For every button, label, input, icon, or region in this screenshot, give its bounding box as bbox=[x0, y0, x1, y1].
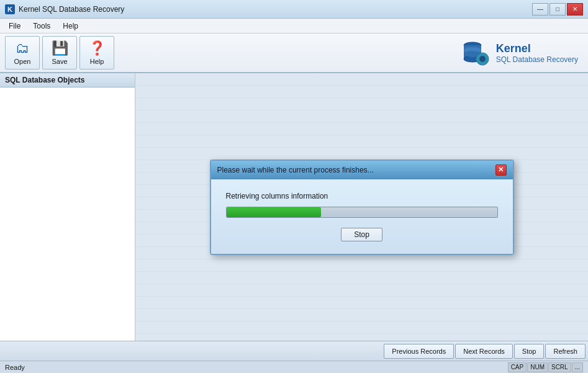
svg-rect-7 bbox=[481, 53, 484, 55]
refresh-button[interactable]: Refresh bbox=[545, 344, 586, 359]
minimize-button[interactable]: — bbox=[532, 3, 548, 16]
svg-rect-9 bbox=[476, 58, 479, 60]
open-label: Open bbox=[14, 58, 31, 65]
brand-subtitle: SQL Database Recovery bbox=[496, 55, 578, 64]
modal-stop-button[interactable]: Stop bbox=[341, 228, 382, 241]
left-panel-content bbox=[0, 88, 135, 341]
progress-bar-container bbox=[226, 207, 498, 218]
save-button[interactable]: 💾 Save bbox=[42, 36, 77, 70]
app-icon: K bbox=[5, 4, 15, 14]
menu-file[interactable]: File bbox=[2, 20, 27, 32]
modal-overlay: Please wait while the current process fi… bbox=[135, 73, 588, 341]
modal-title-bar: Please wait while the current process fi… bbox=[211, 161, 513, 179]
toolbar: 🗂 Open 💾 Save ❓ Help Kernel SQL Data bbox=[0, 34, 588, 73]
main-content: SQL Database Objects Please wait while t… bbox=[0, 73, 588, 341]
title-bar-left: K Kernel SQL Database Recovery bbox=[5, 4, 124, 14]
extra-indicator: ... bbox=[572, 362, 583, 372]
left-panel-header: SQL Database Objects bbox=[0, 73, 135, 88]
svg-point-6 bbox=[479, 56, 486, 62]
menu-tools[interactable]: Tools bbox=[27, 20, 57, 32]
bottom-toolbar: Previous Records Next Records Stop Refre… bbox=[0, 341, 588, 361]
open-icon: 🗂 bbox=[16, 40, 29, 56]
svg-rect-10 bbox=[486, 58, 489, 60]
help-label: Help bbox=[90, 58, 104, 65]
open-button[interactable]: 🗂 Open bbox=[5, 36, 40, 70]
brand-text: Kernel SQL Database Recovery bbox=[496, 42, 578, 64]
help-icon: ❓ bbox=[89, 40, 106, 56]
stop-button[interactable]: Stop bbox=[514, 344, 545, 359]
title-bar-controls: — □ ✕ bbox=[532, 3, 583, 16]
window-title: Kernel SQL Database Recovery bbox=[19, 5, 124, 14]
status-indicators: CAP NUM SCRL ... bbox=[508, 362, 583, 372]
scrl-indicator: SCRL bbox=[548, 362, 571, 372]
num-indicator: NUM bbox=[527, 362, 548, 372]
right-panel: Please wait while the current process fi… bbox=[135, 73, 588, 341]
brand-logo: Kernel SQL Database Recovery bbox=[460, 38, 578, 68]
next-records-button[interactable]: Next Records bbox=[455, 344, 513, 359]
previous-records-button[interactable]: Previous Records bbox=[384, 344, 454, 359]
modal-close-button[interactable]: ✕ bbox=[495, 164, 507, 176]
modal-body: Retrieving columns information Stop bbox=[211, 179, 513, 254]
brand-name: Kernel bbox=[496, 42, 578, 55]
save-label: Save bbox=[52, 58, 67, 65]
left-panel: SQL Database Objects bbox=[0, 73, 135, 341]
modal-dialog: Please wait while the current process fi… bbox=[210, 160, 514, 255]
maximize-button[interactable]: □ bbox=[550, 3, 566, 16]
modal-title-text: Please wait while the current process fi… bbox=[217, 166, 374, 174]
modal-status-text: Retrieving columns information bbox=[226, 192, 498, 200]
progress-bar-fill bbox=[227, 207, 322, 217]
save-icon: 💾 bbox=[52, 40, 68, 56]
menu-help[interactable]: Help bbox=[57, 20, 84, 32]
svg-rect-8 bbox=[481, 63, 484, 65]
cap-indicator: CAP bbox=[508, 362, 527, 372]
status-bar: Ready CAP NUM SCRL ... bbox=[0, 361, 588, 373]
title-bar: K Kernel SQL Database Recovery — □ ✕ bbox=[0, 0, 588, 19]
help-button[interactable]: ❓ Help bbox=[79, 36, 114, 70]
menu-bar: File Tools Help bbox=[0, 19, 588, 34]
status-text: Ready bbox=[5, 364, 25, 371]
brand-icon bbox=[460, 38, 490, 68]
close-button[interactable]: ✕ bbox=[567, 3, 583, 16]
